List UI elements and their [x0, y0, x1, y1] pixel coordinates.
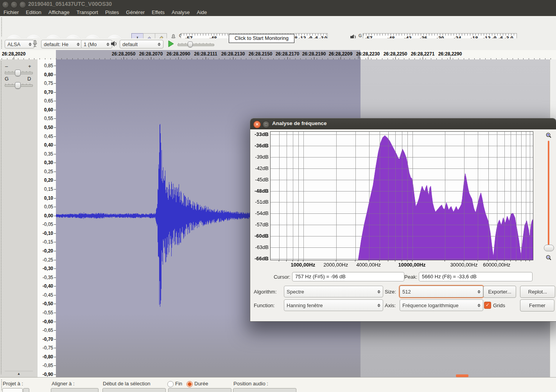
amplitude-label: 0,75	[44, 81, 53, 86]
hz-tick-label: 2000,00Hz	[323, 262, 348, 268]
timeline-label: 26:28.2130	[221, 51, 245, 57]
window-maximize-icon[interactable]: □	[19, 1, 26, 8]
timeline-label: 26:28.2170	[276, 51, 300, 57]
selection-start-field[interactable]	[102, 388, 166, 392]
hz-axis-tick	[510, 260, 511, 261]
gain-slider-thumb[interactable]	[15, 70, 21, 76]
timeline-label: 26:28,2290	[438, 51, 462, 57]
project-rate-label: Projet à :	[3, 381, 23, 387]
spectrum-plot[interactable]	[270, 131, 533, 260]
menu-item-generer[interactable]: Générer	[122, 9, 148, 16]
snap-to-select[interactable]	[51, 388, 99, 392]
project-rate-spinner[interactable]	[23, 388, 29, 392]
amplitude-label: -0,70	[43, 337, 53, 342]
spinner-arrows-icon	[158, 43, 161, 46]
window-close-icon[interactable]: ×	[2, 1, 9, 8]
zoom-out-icon[interactable]	[545, 255, 552, 261]
grids-checkbox[interactable]: ✓	[484, 302, 491, 309]
hz-axis-tick	[497, 260, 497, 261]
peak-readout: 5660 Hz (F8) = -33,6 dB	[419, 272, 533, 281]
selection-edge-marker[interactable]	[358, 55, 361, 59]
menu-item-edition[interactable]: Edition	[22, 9, 45, 16]
amplitude-label: -0,35	[43, 275, 53, 280]
track-control-panel[interactable]: – + G D ▲	[0, 59, 38, 377]
playback-device-select[interactable]: default	[120, 40, 163, 48]
duration-field[interactable]	[168, 388, 231, 392]
axis-label: Axis:	[385, 303, 396, 308]
timeline-label: 26:28,2250	[384, 51, 407, 57]
spinner-arrows-icon	[377, 290, 380, 294]
export-button[interactable]: Exporter...	[483, 286, 516, 298]
hz-axis-tick	[477, 260, 478, 261]
timeline-label: 26:28.2070	[139, 51, 163, 57]
menu-item-affichage[interactable]: Affichage	[45, 9, 73, 16]
hz-tick-label: 30000,00Hz	[450, 262, 477, 268]
audio-host-select[interactable]: ALSA	[5, 40, 34, 48]
close-dialog-button[interactable]: Fermer	[520, 299, 554, 311]
panel-scroll-up-button[interactable]: ▲	[5, 371, 33, 376]
play-speed-thumb[interactable]	[188, 41, 193, 47]
window-titlebar[interactable]: × – □ 20190401_051437UTC_V00OS30	[0, 0, 556, 9]
amplitude-label: 0,10	[44, 195, 53, 201]
hz-axis-tick	[445, 260, 445, 261]
amplitude-label: 0,00	[44, 213, 53, 218]
toolbar-gripper[interactable]	[1, 17, 3, 37]
amplitude-ruler[interactable]: 0,850,800,750,700,650,600,550,500,450,40…	[38, 59, 56, 377]
size-select[interactable]: 512	[400, 286, 483, 297]
menu-item-effets[interactable]: Effets	[148, 9, 168, 16]
spectrum-zoom-thumb[interactable]	[544, 245, 554, 251]
spinner-arrows-icon	[477, 304, 481, 307]
amplitude-label: -0,15	[43, 239, 53, 245]
amplitude-label: -0,60	[43, 319, 53, 324]
hz-axis-tick	[464, 260, 464, 261]
menu-item-fichier[interactable]: Fichier	[0, 9, 22, 16]
amplitude-label: 0,70	[44, 89, 53, 95]
axis-select[interactable]: Fréquence logarithmique	[400, 299, 483, 311]
algorithm-value: Spectre	[287, 289, 304, 295]
project-rate-input[interactable]	[2, 388, 23, 392]
db-tick-label: -57dB	[251, 222, 269, 227]
zoom-in-icon[interactable]	[545, 132, 552, 139]
dialog-maximize-icon[interactable]: ▢	[262, 121, 270, 128]
cursor-readout: 757 Hz (F#5) = -96 dB	[292, 272, 404, 281]
timeline-ruler[interactable]: 26:28,202026:28.205026:28.207026:28.2090…	[0, 50, 556, 60]
spectrum-svg	[271, 132, 533, 260]
pan-left-label: G	[5, 76, 9, 82]
amplitude-label: -0,80	[43, 354, 53, 360]
timeline-label: 26:28.2050	[112, 51, 136, 57]
function-label: Function:	[254, 303, 274, 308]
amplitude-label: 0,60	[44, 107, 53, 113]
axis-value: Fréquence logarithmique	[402, 303, 459, 308]
recording-channels-select-value: 1 (Mo	[84, 41, 97, 47]
amplitude-label: 0,20	[44, 177, 53, 183]
peak-label: Peak:	[404, 274, 417, 280]
play-at-speed-button[interactable]	[167, 40, 174, 48]
audio-position-field[interactable]	[233, 388, 296, 392]
main-toolbar: I✳GDGD-57-488-12-9-6-30-57-48-42-36-30-2…	[0, 16, 556, 39]
monitoring-tooltip[interactable]: Click to Start Monitoring	[229, 34, 294, 43]
play-speed-slider[interactable]	[178, 44, 214, 46]
duration-radio[interactable]	[187, 381, 193, 387]
recording-device-select[interactable]: default: He	[41, 40, 83, 48]
menu-item-transport[interactable]: Transport	[73, 9, 102, 16]
menu-item-analyse[interactable]: Analyse	[168, 9, 193, 16]
window-minimize-icon[interactable]: –	[11, 1, 18, 8]
recording-channels-select[interactable]: 1 (Mo	[81, 40, 112, 48]
menu-item-aide[interactable]: Aide	[193, 9, 210, 16]
timeline-label: 26:28,2271	[411, 51, 435, 57]
algorithm-select[interactable]: Spectre	[284, 286, 383, 297]
end-radio[interactable]	[167, 381, 174, 387]
horizontal-scrollbar-thumb[interactable]	[456, 374, 468, 377]
menu-item-pistes[interactable]: Pistes	[102, 9, 122, 16]
hz-axis-tick	[379, 260, 380, 261]
spectrum-area	[358, 136, 533, 260]
spectrum-zoom-slider[interactable]	[548, 141, 549, 247]
dialog-titlebar[interactable]: ✕ ▢ Analyse de fréquence	[250, 118, 556, 129]
timeline-label: 26:28.2111	[194, 51, 217, 57]
track-gripper[interactable]	[0, 61, 2, 374]
pan-slider-thumb[interactable]	[15, 82, 21, 89]
dialog-close-icon[interactable]: ✕	[253, 121, 261, 128]
function-select[interactable]: Hanning fenêtre	[284, 299, 383, 311]
replot-button[interactable]: Replot...	[520, 286, 555, 298]
toolbar-gripper[interactable]	[1, 39, 3, 49]
